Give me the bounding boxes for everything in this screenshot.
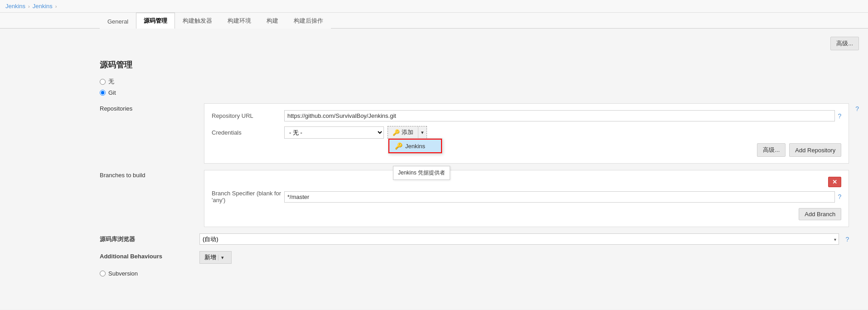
branches-content-col: ✕ Branch Specifier (blank for 'any') ?: [204, 170, 849, 233]
branch-delete-row: ✕: [212, 177, 841, 187]
jenkins-tooltip: Jenkins 凭据提供者: [393, 166, 450, 180]
dropdown-jenkins-item[interactable]: 🔑 Jenkins: [388, 139, 442, 153]
radio-none[interactable]: 无: [100, 78, 859, 86]
branch-specifier-row: Branch Specifier (blank for 'any') ?: [212, 190, 841, 203]
radio-subversion-input[interactable]: [100, 271, 106, 276]
branch-specifier-value: [284, 191, 835, 203]
additional-behaviours-label: Additional Behaviours: [100, 251, 199, 260]
repos-actions: 高级... Add Repository: [212, 143, 841, 157]
add-branch-button[interactable]: Add Branch: [799, 208, 841, 220]
repositories-main: Repositories Repository URL ?: [100, 103, 849, 277]
breadcrumb-sep2: ›: [55, 4, 57, 9]
advanced-top-button[interactable]: 高级...: [830, 37, 859, 50]
subversion-label: Subversion: [108, 270, 138, 277]
radio-git-input[interactable]: [100, 90, 106, 96]
browser-select-wrapper: (自动) ▾: [199, 233, 839, 245]
main-content: 高级... 源码管理 无 Git Repositories: [0, 29, 868, 310]
radio-git[interactable]: Git: [100, 89, 859, 96]
credentials-row: Credentials - 无 - 🔑: [212, 126, 841, 139]
tab-build-triggers[interactable]: 构建触发器: [175, 13, 220, 29]
radio-none-label: 无: [108, 78, 114, 86]
repositories-label: Repositories: [100, 105, 132, 112]
repositories-label-col: Repositories: [100, 103, 199, 170]
subversion-row: Subversion: [100, 270, 849, 277]
add-credentials-group: 🔑 添加 ▾ 🔑 Jenkins: [388, 126, 427, 139]
radio-git-label: Git: [108, 89, 116, 96]
tab-source-mgmt[interactable]: 源码管理: [136, 13, 175, 29]
repo-url-value: [284, 110, 835, 121]
add-branch-row: Add Branch: [212, 208, 841, 220]
repositories-block: Repositories Repository URL ?: [100, 103, 849, 170]
branches-block: Branches to build ✕ Branch Specifier (bl…: [100, 170, 849, 233]
repo-url-help-icon[interactable]: ?: [838, 112, 841, 120]
source-browser-select[interactable]: (自动): [199, 233, 839, 245]
repositories-content-col: Repository URL ? Credentials: [204, 103, 849, 170]
source-browser-row: 源码库浏览器 (自动) ▾ ?: [100, 233, 849, 245]
add-repository-button[interactable]: Add Repository: [789, 143, 841, 157]
radio-group: 无 Git: [100, 78, 859, 96]
top-advanced-row: 高级...: [100, 33, 859, 54]
branch-specifier-label: Branch Specifier (blank for 'any'): [212, 190, 284, 203]
tab-post-build[interactable]: 构建后操作: [286, 13, 331, 29]
radio-none-input[interactable]: [100, 79, 106, 85]
add-credentials-arrow-btn[interactable]: ▾: [418, 126, 427, 138]
repositories-section-block: Repository URL ? Credentials: [204, 103, 849, 164]
source-browser-help-icon[interactable]: ?: [845, 236, 849, 243]
breadcrumb-sep1: ›: [28, 4, 30, 9]
branch-specifier-help-icon[interactable]: ?: [838, 193, 841, 200]
add-btn-label: 添加: [402, 128, 413, 136]
dropdown-jenkins-label: Jenkins: [405, 143, 425, 150]
repo-url-row: Repository URL ?: [212, 110, 841, 121]
breadcrumb-jenkins2[interactable]: Jenkins: [33, 3, 53, 10]
tab-general[interactable]: General: [100, 14, 136, 29]
tab-build-env[interactable]: 构建环境: [220, 13, 259, 29]
repo-url-label: Repository URL: [212, 112, 284, 119]
tab-build[interactable]: 构建: [259, 13, 286, 29]
breadcrumb-jenkins1[interactable]: Jenkins: [5, 3, 25, 10]
outer-help-icon-col: ?: [853, 103, 859, 112]
tabs-bar: General 源码管理 构建触发器 构建环境 构建 构建后操作: [0, 13, 868, 29]
add-behaviour-btn[interactable]: 新增: [204, 253, 216, 262]
section-title: 源码管理: [100, 59, 859, 70]
branches-section-block: ✕ Branch Specifier (blank for 'any') ?: [204, 170, 849, 227]
add-key-icon: 🔑: [393, 129, 400, 136]
credentials-label: Credentials: [212, 129, 284, 136]
credentials-controls: - 无 - 🔑 添加 ▾: [284, 126, 841, 139]
repos-help-icon[interactable]: ?: [855, 105, 859, 112]
branch-specifier-input[interactable]: [284, 191, 835, 203]
branches-label-col: Branches to build: [100, 170, 199, 233]
add-credentials-main-btn[interactable]: 🔑 添加: [388, 126, 418, 138]
add-credentials-dropdown: 🔑 Jenkins Jenkins 凭据提供者: [388, 138, 442, 154]
additional-behaviours-row: Additional Behaviours 新增 ▾: [100, 251, 849, 264]
add-behaviour-group: 新增 ▾: [199, 251, 232, 264]
credentials-select[interactable]: - 无 -: [284, 126, 384, 139]
branches-label: Branches to build: [100, 172, 145, 179]
repo-url-input[interactable]: [284, 110, 835, 121]
source-browser-content: (自动) ▾ ?: [199, 233, 849, 245]
branch-delete-button[interactable]: ✕: [828, 177, 841, 187]
additional-behaviours-content: 新增 ▾: [199, 251, 849, 264]
dropdown-jenkins-icon: 🔑: [395, 142, 402, 150]
credentials-value: - 无 - 🔑 添加 ▾: [284, 126, 841, 139]
repositories-outer-row: Repositories Repository URL ?: [100, 103, 859, 277]
browser-controls: (自动) ▾ ?: [199, 233, 849, 245]
source-browser-label: 源码库浏览器: [100, 233, 199, 243]
breadcrumb: Jenkins › Jenkins ›: [0, 0, 868, 13]
repos-advanced-button[interactable]: 高级...: [757, 143, 786, 157]
add-behaviour-arrow-icon[interactable]: ▾: [218, 255, 227, 261]
